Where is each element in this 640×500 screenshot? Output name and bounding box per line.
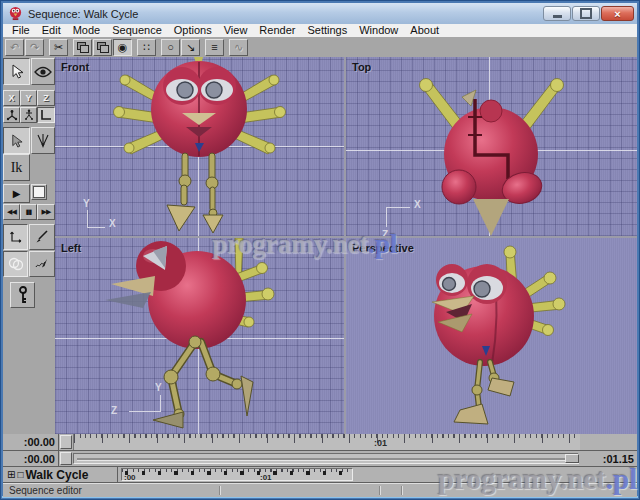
circle-select-button[interactable]: ○ (161, 39, 180, 56)
list-icon: ≡ (211, 41, 217, 53)
duplicate-icon (97, 42, 108, 52)
menu-bar: File Edit Mode Sequence Options View Ren… (3, 24, 637, 37)
axis-y-button[interactable]: Y (20, 90, 37, 106)
menu-render[interactable]: Render (253, 24, 301, 37)
app-icon (8, 6, 23, 21)
select-tool-button[interactable] (3, 58, 30, 85)
move-arrow-icon: ↘ (186, 41, 195, 54)
timeline-ruler-row: :00.00 :01 (3, 434, 637, 451)
list-view-button[interactable]: ≡ (205, 39, 224, 56)
cursor-icon (10, 134, 23, 148)
duplicate-button[interactable] (93, 39, 112, 56)
viewport-perspective[interactable]: Perspective (346, 238, 637, 434)
status-separator (401, 486, 402, 495)
skip-end-icon: ▶▶ (42, 208, 51, 216)
viewport-splitter-vertical[interactable] (344, 57, 346, 434)
scribble-pen-icon (34, 256, 50, 272)
track-checkbox-icon[interactable]: □ (17, 469, 23, 480)
menu-settings[interactable]: Settings (301, 24, 353, 37)
stop-button[interactable] (31, 184, 47, 200)
translate-button[interactable]: ↘ (181, 39, 200, 56)
sphere-mode-button[interactable]: ◉ (113, 39, 132, 56)
keyframe-tool-button[interactable] (10, 282, 35, 308)
copy-button[interactable] (73, 39, 92, 56)
skeleton-tool-button[interactable] (20, 107, 37, 123)
joint-tool-button[interactable] (3, 107, 20, 123)
redo-button[interactable]: ↷ (25, 39, 44, 56)
close-icon: × (614, 8, 620, 20)
curve-icon: ∿ (234, 41, 243, 54)
local-axes-button[interactable] (37, 107, 55, 123)
axis-x-button[interactable]: X (3, 90, 20, 106)
menu-about[interactable]: About (404, 24, 445, 37)
skip-start-button[interactable]: ◀◀ (3, 204, 20, 220)
sketch-tool-button[interactable] (29, 251, 55, 277)
bird-model-top-view (346, 57, 637, 236)
cursor-icon (10, 64, 24, 79)
trident-icon (36, 133, 50, 149)
viewport-top[interactable]: X Z Top (346, 57, 637, 236)
keyframe-strip[interactable]: :00 :01 (121, 468, 353, 481)
menu-mode[interactable]: Mode (67, 24, 107, 37)
cut-icon: ✂ (54, 41, 63, 54)
play-button[interactable]: ▶ (3, 184, 30, 203)
orient-tool-button[interactable] (3, 224, 28, 250)
range-mini-button[interactable] (60, 452, 72, 465)
key-icon (18, 286, 28, 304)
skip-end-button[interactable]: ▶▶ (37, 204, 55, 220)
redo-icon: ↷ (30, 41, 39, 54)
viewport-label: Top (352, 61, 371, 73)
maximize-icon (580, 8, 592, 19)
expand-icon[interactable]: ⊞ (7, 469, 15, 480)
ik-handle-button[interactable] (31, 127, 55, 154)
skip-start-icon: ◀◀ (7, 208, 16, 216)
joint-icon (6, 109, 18, 121)
title-bar[interactable]: Sequence: Walk Cycle × (3, 3, 637, 24)
ruler-second-mark: :01 (374, 438, 387, 448)
viewport-label: Perspective (352, 242, 414, 254)
visibility-tool-button[interactable] (31, 58, 55, 85)
viewport-left[interactable]: Y Z Left (55, 238, 344, 434)
range-end-display: :01.15 (603, 451, 634, 466)
bird-model-perspective-view (346, 238, 637, 434)
pen-tool-button[interactable] (29, 224, 55, 250)
status-bar: Sequence editor (3, 483, 637, 497)
sphere-icon: ◉ (118, 41, 128, 54)
window-title: Sequence: Walk Cycle (28, 8, 138, 20)
menu-options[interactable]: Options (168, 24, 218, 37)
stop-icon (33, 186, 45, 198)
points-mode-button[interactable]: ∷ (137, 39, 156, 56)
timeline-mini-button[interactable] (60, 435, 72, 449)
menu-sequence[interactable]: Sequence (106, 24, 168, 37)
bird-model-front-view (55, 57, 344, 236)
cut-button[interactable]: ✂ (49, 39, 68, 56)
pose-select-button[interactable] (3, 127, 30, 154)
viewport-front[interactable]: Y X Front (55, 57, 344, 236)
pen-icon (34, 229, 50, 245)
undo-button[interactable]: ↶ (5, 39, 24, 56)
timeline-panel: :00.00 :01 :00.00 :01.15 ⊞ □ Walk Cycle … (3, 434, 637, 497)
close-button[interactable]: × (601, 6, 634, 21)
menu-edit[interactable]: Edit (36, 24, 67, 37)
time-slider[interactable] (73, 453, 579, 464)
slider-thumb[interactable] (565, 454, 579, 463)
viewport-splitter-horizontal[interactable] (55, 236, 637, 238)
menu-file[interactable]: File (6, 24, 36, 37)
current-time-display: :00.00 (3, 434, 59, 450)
pause-icon: ▮▮ (26, 208, 32, 216)
pause-button[interactable]: ▮▮ (20, 204, 37, 220)
minimize-button[interactable] (543, 6, 571, 21)
maximize-button[interactable] (572, 6, 600, 21)
viewport-label: Left (61, 242, 81, 254)
play-icon: ▶ (13, 188, 21, 199)
curve-editor-button[interactable]: ∿ (229, 39, 248, 56)
ik-mode-button[interactable]: Ik (3, 154, 30, 181)
axis-z-button[interactable]: Z (37, 90, 55, 106)
menu-view[interactable]: View (218, 24, 254, 37)
menu-window[interactable]: Window (353, 24, 404, 37)
lasso-tool-button[interactable] (3, 251, 28, 277)
slider-groove (77, 458, 575, 460)
time-ruler[interactable]: :01 (73, 434, 580, 450)
track-header[interactable]: ⊞ □ Walk Cycle (3, 467, 118, 482)
keyframe-tick-start: :00 (124, 473, 136, 482)
